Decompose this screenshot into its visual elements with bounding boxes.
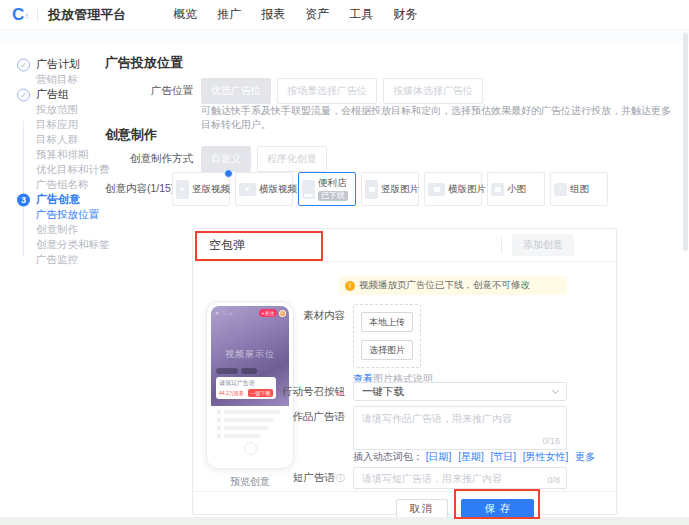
small-image-icon: [491, 183, 504, 196]
sidebar-item-target-app[interactable]: 目标应用: [0, 117, 105, 132]
offline-warning-banner: ! 视频播放页广告位已下线，创意不可修改: [339, 276, 567, 295]
section-title-placement: 广告投放位置: [105, 54, 183, 72]
sidebar-item-ad-plan[interactable]: ✓ 广告计划: [0, 57, 105, 72]
mode-programmatic[interactable]: 程序化创意: [257, 146, 327, 172]
add-creative-button[interactable]: 添加创意: [512, 234, 574, 256]
tabbar-divider: [501, 238, 502, 252]
cta-select[interactable]: 一键下载: [353, 382, 567, 401]
label-slogan: 作品广告语: [193, 410, 345, 424]
nav-assets[interactable]: 资产: [305, 6, 329, 23]
vertical-scrollbar[interactable]: [683, 33, 688, 251]
subheader-band: [0, 31, 689, 43]
cancel-button[interactable]: 取消: [396, 499, 448, 519]
nav-overview[interactable]: 概览: [173, 6, 197, 23]
dynamic-more-link[interactable]: 更多: [575, 451, 595, 462]
video-slot-watermark: 视频展示位: [211, 348, 289, 361]
sidebar-item-ad-monitor[interactable]: 广告监控: [0, 252, 105, 267]
sidebar-item-creative-making[interactable]: 创意制作: [0, 222, 105, 237]
sidebar-item-creative-tags[interactable]: 创意分类和标签: [0, 237, 105, 252]
slogan-counter: 0/16: [542, 436, 560, 446]
check-icon: ✓: [17, 58, 30, 71]
offline-tag: 已下线: [318, 191, 348, 201]
store-phone-icon: [302, 180, 315, 199]
brand-logo-icon: C: [12, 6, 24, 23]
local-upload-button[interactable]: 本地上传: [361, 312, 413, 332]
option-preferred-position[interactable]: 优选广告位: [201, 78, 271, 104]
card-horizontal-image[interactable]: 横版图片: [424, 172, 482, 206]
material-upload-box: 本地上传 选择图片: [353, 304, 421, 368]
slogan-textarea-wrap: 0/16: [353, 406, 567, 450]
label-short-slogan: 短广告语ⓘ: [193, 471, 345, 485]
info-icon: ⓘ: [336, 473, 345, 483]
dynamic-word-week[interactable]: [星期]: [458, 451, 484, 462]
nav-promotion[interactable]: 推广: [217, 6, 241, 23]
bottom-strip: [0, 517, 689, 525]
image-group-icon: ≡: [554, 183, 567, 196]
editor-footer: 取消 保存: [193, 491, 616, 514]
horizontal-video-icon: [239, 183, 256, 196]
check-icon: ✓: [17, 88, 30, 101]
section-title-creation: 创意制作: [105, 126, 157, 144]
notification-dot-icon: [224, 169, 233, 178]
vertical-image-icon: [365, 180, 378, 199]
card-horizontal-video[interactable]: 横版视频: [235, 172, 293, 206]
sidebar-item-ad-group[interactable]: ✓ 广告组: [0, 87, 105, 102]
home-indicator-icon: [244, 442, 257, 455]
save-button[interactable]: 保存: [461, 499, 534, 519]
option-by-media[interactable]: 按媒体选择广告位: [383, 78, 483, 104]
creative-type-cards: 竖版视频 横版视频 便利店 已下线 竖版图片 横版图片 小图 ≡ 组图: [172, 172, 613, 206]
label-material: 素材内容: [193, 309, 345, 323]
label-creation-mode: 创意制作方式: [105, 152, 193, 166]
warning-icon: !: [345, 281, 355, 291]
sidebar-item-budget-schedule[interactable]: 预算和排期: [0, 147, 105, 162]
ad-position-options: 优选广告位 按场景选择广告位 按媒体选择广告位: [201, 78, 489, 104]
top-nav: 概览 推广 报表 资产 工具 财务: [173, 6, 437, 23]
creative-editor-panel: 空包弹 添加创意 ! 视频播放页广告位已下线，创意不可修改 ✕ ♡ ⌕ +关注 …: [192, 228, 617, 515]
sidebar-item-target-audience[interactable]: 目标人群: [0, 132, 105, 147]
step-sidebar: ✓ 广告计划 营销目标 ✓ 广告组 投放范围 目标应用 目标人群 预算和排期 优…: [0, 57, 105, 267]
app-title: 投放管理平台: [48, 6, 126, 24]
chevron-down-icon: [552, 387, 559, 394]
dynamic-word-festival[interactable]: [节日]: [490, 451, 516, 462]
sidebar-item-delivery-scope[interactable]: 投放范围: [0, 102, 105, 117]
creation-mode-options: 自定义 程序化创意: [201, 146, 333, 172]
label-cta: 行动号召按钮: [193, 385, 345, 399]
horizontal-image-icon: [428, 183, 445, 196]
short-slogan-input-wrap: 0/8: [353, 467, 567, 489]
header-divider: [37, 8, 38, 22]
sidebar-item-group-name[interactable]: 广告组名称: [0, 177, 105, 192]
slogan-textarea[interactable]: [354, 407, 566, 437]
card-vertical-image[interactable]: 竖版图片: [361, 172, 419, 206]
vertical-video-icon: [176, 180, 189, 199]
sidebar-item-optimization-billing[interactable]: 优化目标和计费: [0, 162, 105, 177]
dynamic-words-row: 插入动态词包： [日期] [星期] [节日] [男性女性] 更多: [353, 450, 599, 464]
card-small-image[interactable]: 小图: [487, 172, 545, 206]
nav-finance[interactable]: 财务: [393, 6, 417, 23]
label-creative-content: 创意内容(1/15): [105, 182, 165, 196]
tab-creative-kongbaodan[interactable]: 空包弹: [207, 229, 247, 261]
sidebar-item-marketing-goal[interactable]: 营销目标: [0, 72, 105, 87]
short-slogan-counter: 0/8: [547, 475, 560, 485]
sidebar-item-ad-creative[interactable]: 3 广告创意: [0, 192, 105, 207]
step-number-badge: 3: [17, 193, 30, 206]
creative-tabbar: 空包弹 添加创意: [193, 229, 616, 262]
dynamic-word-date[interactable]: [日期]: [426, 451, 452, 462]
nav-report[interactable]: 报表: [261, 6, 285, 23]
card-convenience-store[interactable]: 便利店 已下线: [298, 172, 356, 206]
short-slogan-input[interactable]: [354, 472, 566, 486]
label-ad-position: 广告位置: [105, 84, 193, 98]
choose-image-button[interactable]: 选择图片: [361, 340, 413, 360]
nav-tools[interactable]: 工具: [349, 6, 373, 23]
video-tags: [216, 368, 260, 374]
card-image-group[interactable]: ≡ 组图: [550, 172, 608, 206]
mode-custom[interactable]: 自定义: [201, 146, 251, 172]
brand-logo-rays-icon: ⁝: [25, 10, 27, 20]
card-vertical-video[interactable]: 竖版视频: [172, 172, 230, 206]
placement-help-text: 可触达快手系及快手联盟流量，会根据投放目标和定向，选择预估效果最好的广告位进行投…: [201, 104, 671, 132]
top-header: C ⁝ 投放管理平台 概览 推广 报表 资产 工具 财务: [0, 0, 689, 30]
dynamic-word-gender[interactable]: [男性女性]: [523, 451, 569, 462]
sidebar-item-ad-placement[interactable]: 广告投放位置: [0, 207, 105, 222]
option-by-scene[interactable]: 按场景选择广告位: [277, 78, 377, 104]
